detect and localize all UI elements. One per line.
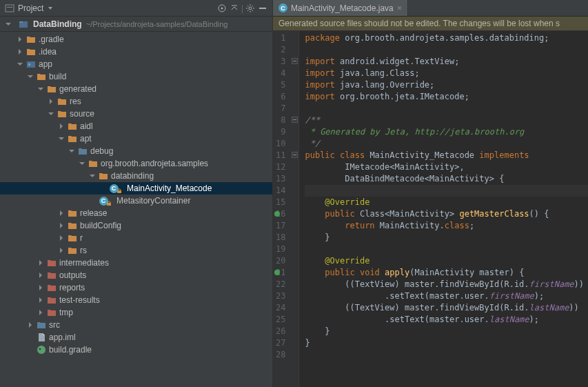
chevron-down-icon[interactable]: [78, 159, 86, 168]
tree-item[interactable]: generated: [0, 83, 272, 95]
chevron-down-icon[interactable]: [47, 110, 55, 118]
chevron-right-icon[interactable]: [57, 246, 65, 255]
code-line[interactable]: IMetacode<MainActivity>,: [305, 161, 588, 173]
chevron-right-icon[interactable]: [37, 296, 45, 304]
code-line[interactable]: import org.brooth.jeta.IMetacode;: [305, 91, 588, 103]
tree-item[interactable]: org.brooth.androjeta.samples: [0, 157, 272, 170]
code-line[interactable]: DataBindMetacode<MainActivity> {: [305, 173, 588, 185]
folder-icon: [57, 96, 68, 107]
editor-tab[interactable]: C MainActivity_Metacode.java ×: [273, 0, 408, 16]
tree-item[interactable]: build.gradle: [0, 344, 272, 356]
gear-icon[interactable]: [245, 3, 256, 14]
tree-item[interactable]: build: [0, 70, 272, 83]
tree-item[interactable]: source: [0, 108, 272, 120]
tree-item[interactable]: app.iml: [0, 331, 272, 344]
code-line[interactable]: ((TextView) master.findViewById(R.id.fir…: [305, 279, 588, 290]
tree-item[interactable]: res: [0, 95, 272, 108]
code-line[interactable]: @Override: [305, 197, 588, 208]
chevron-right-icon[interactable]: [37, 308, 45, 317]
chevron-right-icon[interactable]: [37, 284, 45, 292]
collapse-icon[interactable]: [229, 3, 240, 14]
code-line[interactable]: import java.lang.Override;: [305, 79, 588, 91]
chevron-down-icon[interactable]: [37, 85, 45, 93]
code-content[interactable]: package org.brooth.androjeta.samples.dat…: [299, 31, 588, 387]
tree-item[interactable]: r: [0, 232, 272, 244]
tree-item[interactable]: .idea: [0, 46, 272, 58]
code-line[interactable]: */: [305, 138, 588, 150]
code-line[interactable]: }: [305, 326, 588, 337]
code-line[interactable]: [305, 185, 588, 197]
chevron-right-icon[interactable]: [37, 259, 45, 267]
code-line[interactable]: [305, 244, 588, 255]
line-number: 11: [276, 150, 285, 161]
folder-icon: [46, 307, 57, 318]
code-line[interactable]: /**: [305, 115, 588, 126]
code-line[interactable]: }: [305, 232, 588, 244]
chevron-down-icon[interactable]: [26, 72, 34, 81]
code-line[interactable]: [305, 103, 588, 115]
tree-item[interactable]: CMetasitoryContainer: [0, 195, 272, 207]
chevron-right-icon[interactable]: [57, 209, 65, 217]
chevron-down-icon[interactable]: [48, 7, 52, 10]
code-line[interactable]: public class MainActivity_Metacode imple…: [305, 150, 588, 161]
tree-item[interactable]: CMainActivity_Metacode: [0, 182, 272, 195]
hide-icon[interactable]: [257, 3, 268, 14]
tree-item[interactable]: outputs: [0, 269, 272, 281]
tree-item[interactable]: aidl: [0, 120, 272, 132]
code-line[interactable]: .setText(master.user.firstName);: [305, 290, 588, 302]
chevron-right-icon[interactable]: [37, 271, 45, 279]
tree-item[interactable]: buildConfig: [0, 219, 272, 232]
code-line[interactable]: import java.lang.Class;: [305, 68, 588, 79]
fold-toggle-icon[interactable]: [292, 117, 298, 123]
chevron-right-icon[interactable]: [16, 35, 24, 43]
project-tree[interactable]: .gradle.ideaappbuildgeneratedressourceai…: [0, 32, 272, 387]
code-line[interactable]: return MainActivity.class;: [305, 220, 588, 232]
tree-item[interactable]: apt: [0, 132, 272, 145]
tree-item[interactable]: databinding: [0, 170, 272, 182]
tree-item[interactable]: src: [0, 319, 272, 331]
tree-item-label: app: [39, 59, 52, 69]
close-icon[interactable]: ×: [397, 3, 403, 13]
code-line[interactable]: [305, 44, 588, 56]
project-label[interactable]: Project: [18, 3, 43, 13]
chevron-right-icon[interactable]: [26, 321, 34, 329]
code-editor[interactable]: 1234567891011121314151617181920212223242…: [273, 31, 588, 387]
folder-icon: [26, 34, 37, 45]
tree-item[interactable]: intermediates: [0, 257, 272, 269]
fold-toggle-icon[interactable]: [292, 58, 298, 64]
tree-item[interactable]: reports: [0, 281, 272, 294]
tree-item[interactable]: .gradle: [0, 33, 272, 46]
code-line[interactable]: .setText(master.user.lastName);: [305, 314, 588, 326]
tree-item[interactable]: tmp: [0, 306, 272, 319]
gutter-marker-icon[interactable]: [274, 270, 280, 275]
chevron-right-icon[interactable]: [47, 97, 55, 106]
code-line[interactable]: [305, 349, 588, 361]
chevron-down-icon[interactable]: [88, 172, 97, 180]
scroll-target-icon[interactable]: [216, 3, 227, 14]
code-line[interactable]: import android.widget.TextView;: [305, 56, 588, 68]
chevron-down-icon[interactable]: [57, 135, 65, 143]
tree-item[interactable]: app: [0, 58, 272, 70]
chevron-down-icon[interactable]: [16, 60, 24, 68]
tree-item[interactable]: rs: [0, 244, 272, 257]
chevron-right-icon[interactable]: [57, 221, 65, 230]
fold-gutter[interactable]: [291, 31, 299, 387]
chevron-down-icon[interactable]: [68, 147, 76, 155]
code-line[interactable]: ((TextView) master.findViewById(R.id.las…: [305, 302, 588, 314]
code-line[interactable]: }: [305, 337, 588, 349]
tree-item[interactable]: test-results: [0, 294, 272, 306]
gutter-marker-icon[interactable]: [274, 211, 280, 217]
code-line[interactable]: public void apply(MainActivity master) {: [305, 267, 588, 279]
chevron-right-icon[interactable]: [57, 122, 65, 130]
fold-toggle-icon[interactable]: [292, 152, 298, 158]
code-line[interactable]: public Class<MainActivity> getMasterClas…: [305, 208, 588, 220]
chevron-right-icon[interactable]: [16, 48, 24, 56]
tree-item[interactable]: debug: [0, 145, 272, 157]
chevron-down-icon[interactable]: [4, 20, 12, 28]
code-line[interactable]: * Generated by Jeta, http://jeta.brooth.…: [305, 126, 588, 138]
code-line[interactable]: @Override: [305, 255, 588, 267]
code-line[interactable]: package org.brooth.androjeta.samples.dat…: [305, 32, 588, 44]
tree-item[interactable]: release: [0, 207, 272, 219]
chevron-right-icon[interactable]: [57, 234, 65, 242]
project-icon[interactable]: [4, 3, 15, 14]
